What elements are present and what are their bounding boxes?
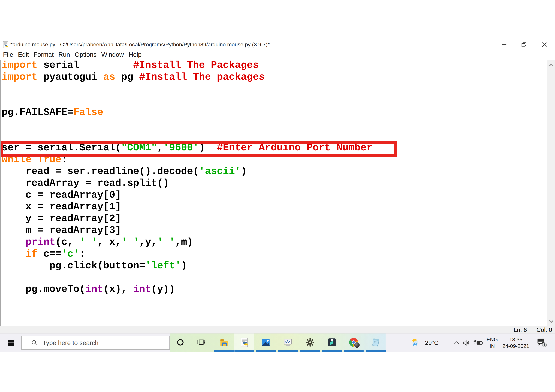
running-indicator: [322, 350, 342, 352]
cortana-icon: [176, 338, 184, 346]
windows-logo-icon: [7, 339, 15, 347]
code-line: import serial #Install The Packages: [2, 59, 546, 71]
battery-plugged-icon: [473, 339, 483, 346]
running-indicator: [214, 350, 234, 352]
volume-button[interactable]: [461, 334, 471, 352]
restore-icon: [521, 42, 527, 47]
tray-expand-button[interactable]: [452, 334, 461, 352]
code-line: pg.click(button='left'): [2, 260, 546, 272]
code-line: [2, 130, 546, 142]
screen: { "window": { "title": "*arduino mouse.p…: [0, 0, 555, 392]
status-bar: Ln: 6 Col: 0: [0, 326, 555, 333]
code-area: import serial #Install The Packagesimpor…: [2, 59, 546, 295]
running-indicator: [344, 350, 364, 352]
code-line: readArray = read.split(): [2, 178, 546, 189]
notification-icon: 1: [537, 338, 547, 348]
code-line: [2, 118, 546, 130]
editor-border: [0, 60, 1, 326]
chevron-up-icon: [453, 341, 460, 345]
code-line: x = readArray[1]: [2, 201, 546, 213]
python-file-icon: [2, 41, 9, 48]
notification-badge: 1: [543, 343, 546, 347]
running-indicator: [278, 350, 298, 352]
photos-button[interactable]: [261, 338, 270, 347]
running-indicator: [366, 350, 386, 352]
taskbar-search[interactable]: Type here to search: [21, 336, 170, 350]
cortana-button[interactable]: [175, 338, 185, 347]
code-line: y = readArray[2]: [2, 213, 546, 225]
python-file-icon: [240, 338, 249, 347]
vertical-scrollbar[interactable]: [547, 60, 555, 326]
scroll-down-button[interactable]: [547, 317, 555, 326]
code-line: [2, 83, 546, 95]
code-line: pg.FAILSAFE=False: [2, 107, 546, 118]
menu-item-edit[interactable]: Edit: [15, 51, 31, 58]
code-line: [2, 272, 546, 284]
restore-button[interactable]: [516, 40, 532, 49]
filmora-icon: [327, 338, 336, 347]
weather-button[interactable]: [409, 334, 422, 352]
file-explorer-icon: [219, 338, 229, 347]
taskbar: Type here to search: [0, 333, 555, 352]
menu-item-window[interactable]: Window: [99, 51, 126, 58]
start-button[interactable]: [4, 334, 18, 352]
speaker-icon: [463, 339, 470, 346]
system-monitor-icon: [283, 338, 292, 347]
tray-date: 24-09-2021: [503, 343, 529, 349]
profile-avatar: [354, 342, 360, 348]
code-line: print(c, ' ', x,' ',y,' ',m): [2, 236, 546, 248]
minimize-button[interactable]: [497, 40, 512, 49]
notification-button[interactable]: 1: [535, 334, 549, 352]
chevron-down-icon: [548, 320, 554, 323]
filmora-button[interactable]: [327, 338, 337, 347]
task-view-button[interactable]: [197, 338, 206, 347]
line-indicator: Ln: 6: [514, 327, 527, 333]
code-line: pg.moveTo(int(x), int(y)): [2, 284, 546, 295]
notepad-icon: [371, 338, 380, 347]
language-line1: ENG: [487, 336, 498, 343]
temperature-label[interactable]: 29°C: [422, 334, 442, 352]
close-icon: [541, 42, 547, 47]
scroll-up-button[interactable]: [547, 61, 555, 69]
code-line: read = ser.readline().decode('ascii'): [2, 165, 546, 178]
python-file-button[interactable]: [240, 338, 249, 347]
running-indicator: [256, 350, 276, 352]
menu-item-file[interactable]: File: [1, 51, 15, 58]
menu-item-options[interactable]: Options: [72, 51, 99, 58]
column-indicator: Col: 0: [536, 327, 552, 333]
minimize-icon: [502, 42, 507, 47]
code-line: c = readArray[0]: [2, 189, 546, 201]
language-line2: IN: [490, 343, 495, 349]
tray-time: 18:35: [509, 336, 522, 343]
chrome-icon: [349, 338, 358, 347]
running-indicator: [234, 350, 254, 352]
weather-icon: [411, 338, 420, 348]
close-button[interactable]: [537, 40, 552, 49]
language-indicator[interactable]: ENG IN: [485, 334, 499, 352]
menu-bar: FileEditFormatRunOptionsWindowHelp: [0, 49, 555, 60]
running-indicator: [300, 350, 320, 352]
settings-button[interactable]: [305, 338, 315, 347]
notepad-button[interactable]: [371, 338, 380, 347]
window-title: *arduino mouse.py - C:/Users/prabeen/App…: [10, 42, 270, 48]
code-editor[interactable]: import serial #Install The Packagesimpor…: [0, 60, 555, 326]
chrome-button[interactable]: [349, 338, 358, 347]
gear-icon: [306, 338, 315, 347]
menu-item-format[interactable]: Format: [31, 51, 56, 58]
chevron-up-icon: [548, 64, 554, 67]
file-explorer-button[interactable]: [219, 338, 229, 347]
red-annotation-box: [1, 141, 397, 157]
code-line: import pyautogui as pg #Install The pack…: [2, 71, 546, 83]
menu-item-help[interactable]: Help: [126, 51, 144, 58]
clock-indicator[interactable]: 18:35 24-09-2021: [501, 334, 531, 352]
menu-item-run[interactable]: Run: [56, 51, 72, 58]
battery-button[interactable]: [472, 334, 484, 352]
search-icon: [31, 340, 38, 346]
code-line: if c=='c':: [2, 248, 546, 260]
code-line: [2, 95, 546, 107]
photos-icon: [261, 338, 270, 347]
task-view-icon: [197, 338, 206, 347]
code-line: m = readArray[3]: [2, 225, 546, 236]
system-monitor-button[interactable]: [283, 338, 293, 347]
search-placeholder: Type here to search: [43, 339, 99, 346]
